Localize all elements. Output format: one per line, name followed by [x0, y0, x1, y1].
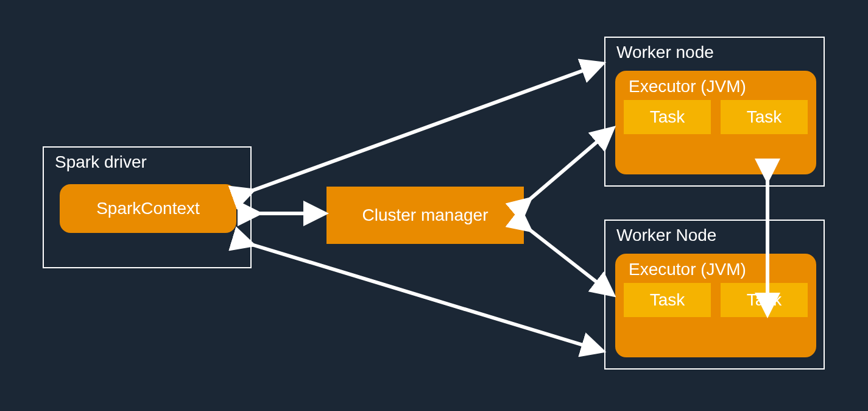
diagram-canvas: Spark driver SparkContext Cluster manage… — [0, 0, 868, 411]
arrow-context-to-worker2 — [250, 244, 599, 350]
cluster-manager-box: Cluster manager — [326, 187, 524, 244]
executor-1-task-row: Task Task — [615, 100, 816, 143]
worker-node-1-box: Worker node Executor (JVM) Task Task — [604, 37, 825, 187]
spark-driver-box: Spark driver SparkContext — [43, 146, 252, 268]
executor-2-task-row: Task Task — [615, 283, 816, 326]
cluster-manager-label: Cluster manager — [362, 206, 489, 225]
executor-2-box: Executor (JVM) Task Task — [615, 254, 816, 357]
executor-1-box: Executor (JVM) Task Task — [615, 71, 816, 174]
spark-context-box: SparkContext — [60, 184, 236, 233]
arrow-cluster-to-executor2 — [528, 228, 610, 293]
executor-1-label: Executor (JVM) — [615, 71, 816, 100]
spark-context-label: SparkContext — [96, 199, 200, 218]
arrow-cluster-to-executor1 — [528, 130, 610, 201]
task: Task — [624, 283, 711, 317]
worker-node-1-title: Worker node — [616, 43, 714, 62]
arrow-context-to-worker1 — [250, 65, 599, 191]
spark-driver-title: Spark driver — [55, 152, 147, 172]
worker-node-2-box: Worker Node Executor (JVM) Task Task — [604, 220, 825, 370]
executor-2-label: Executor (JVM) — [615, 254, 816, 283]
task: Task — [721, 100, 808, 134]
task: Task — [624, 100, 711, 134]
task: Task — [721, 283, 808, 317]
worker-node-2-title: Worker Node — [616, 226, 716, 245]
